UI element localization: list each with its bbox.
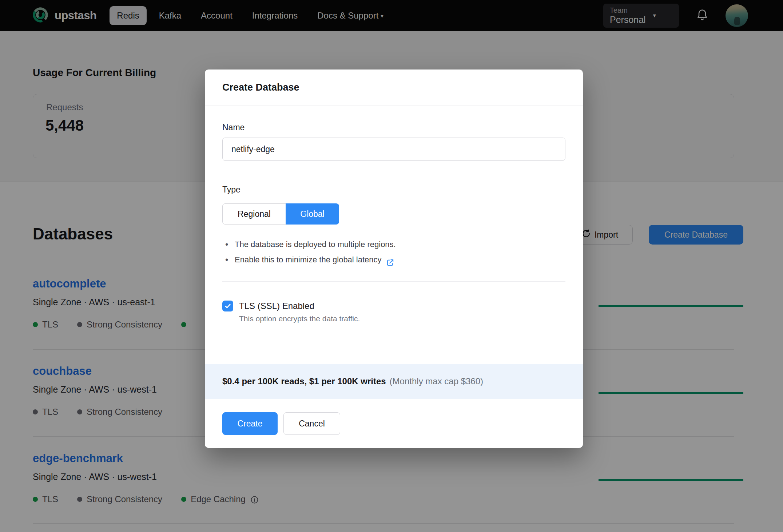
type-description: • The database is deployed to multiple r…: [222, 237, 565, 267]
cancel-button[interactable]: Cancel: [283, 412, 340, 435]
type-option-regional[interactable]: Regional: [222, 203, 286, 225]
create-button[interactable]: Create: [222, 412, 278, 435]
name-label: Name: [222, 123, 565, 132]
modal-header: Create Database: [205, 70, 583, 106]
database-name-input[interactable]: [222, 138, 565, 161]
bullet-icon: •: [222, 237, 235, 252]
bullet-multi-region: • The database is deployed to multiple r…: [222, 237, 565, 252]
bullet-global-latency: • Enable this to minimize the global lat…: [222, 252, 565, 267]
pricing-text: $0.4 per 100K reads, $1 per 100K writes: [222, 376, 386, 386]
tls-checkbox[interactable]: [222, 301, 233, 311]
page: upstash Redis Kafka Account Integrations…: [0, 0, 783, 532]
type-option-global[interactable]: Global: [286, 203, 339, 225]
tls-row: TLS (SSL) Enabled: [222, 301, 565, 311]
tls-description: This option encrypts the data traffic.: [239, 314, 565, 323]
modal-actions: Create Cancel: [222, 412, 340, 435]
divider: [222, 281, 565, 282]
pricing-cap-note: (Monthly max cap $360): [390, 376, 483, 386]
type-toggle: Regional Global: [222, 203, 565, 225]
bullet-icon: •: [222, 252, 235, 267]
modal-body: Name Type Regional Global • The database…: [205, 123, 583, 323]
create-database-modal: Create Database Name Type Regional Globa…: [205, 70, 583, 448]
external-link-icon[interactable]: [386, 257, 394, 265]
pricing-banner: $0.4 per 100K reads, $1 per 100K writes …: [205, 364, 583, 399]
tls-label: TLS (SSL) Enabled: [239, 301, 314, 311]
modal-title: Create Database: [222, 82, 299, 93]
type-label: Type: [222, 185, 565, 195]
